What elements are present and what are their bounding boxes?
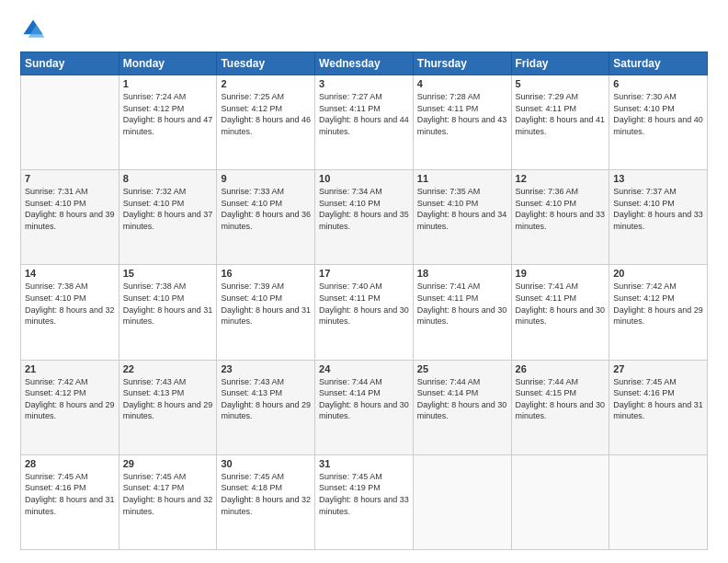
- day-info: Sunrise: 7:45 AMSunset: 4:16 PMDaylight:…: [613, 376, 703, 422]
- calendar-cell: 3Sunrise: 7:27 AMSunset: 4:11 PMDaylight…: [315, 75, 414, 170]
- calendar-week-1: 1Sunrise: 7:24 AMSunset: 4:12 PMDaylight…: [21, 75, 708, 170]
- day-info: Sunrise: 7:27 AMSunset: 4:11 PMDaylight:…: [319, 91, 409, 137]
- day-info: Sunrise: 7:44 AMSunset: 4:14 PMDaylight:…: [417, 376, 507, 422]
- calendar-cell: 24Sunrise: 7:44 AMSunset: 4:14 PMDayligh…: [315, 360, 414, 454]
- calendar-cell: 6Sunrise: 7:30 AMSunset: 4:10 PMDaylight…: [609, 75, 708, 170]
- day-info: Sunrise: 7:28 AMSunset: 4:11 PMDaylight:…: [417, 91, 507, 137]
- day-number: 8: [123, 173, 213, 184]
- day-info: Sunrise: 7:35 AMSunset: 4:10 PMDaylight:…: [417, 186, 507, 232]
- day-info: Sunrise: 7:32 AMSunset: 4:10 PMDaylight:…: [123, 186, 213, 232]
- day-number: 26: [516, 363, 606, 374]
- calendar-cell: [413, 454, 511, 549]
- weekday-header-friday: Friday: [511, 52, 609, 75]
- weekday-header-sunday: Sunday: [21, 52, 119, 75]
- calendar-cell: 22Sunrise: 7:43 AMSunset: 4:13 PMDayligh…: [119, 360, 217, 454]
- day-info: Sunrise: 7:36 AMSunset: 4:10 PMDaylight:…: [516, 186, 606, 232]
- day-info: Sunrise: 7:29 AMSunset: 4:11 PMDaylight:…: [516, 91, 606, 137]
- calendar-cell: 30Sunrise: 7:45 AMSunset: 4:18 PMDayligh…: [217, 454, 315, 549]
- day-number: 2: [221, 78, 311, 89]
- day-info: Sunrise: 7:34 AMSunset: 4:10 PMDaylight:…: [319, 186, 409, 232]
- calendar-cell: 19Sunrise: 7:41 AMSunset: 4:11 PMDayligh…: [511, 265, 609, 360]
- day-info: Sunrise: 7:41 AMSunset: 4:11 PMDaylight:…: [417, 281, 507, 327]
- day-info: Sunrise: 7:45 AMSunset: 4:16 PMDaylight:…: [25, 471, 115, 517]
- day-number: 10: [319, 173, 409, 184]
- day-number: 15: [123, 268, 213, 279]
- calendar-cell: [609, 454, 708, 549]
- day-number: 4: [417, 78, 507, 89]
- day-number: 27: [613, 363, 703, 374]
- calendar-cell: 26Sunrise: 7:44 AMSunset: 4:15 PMDayligh…: [511, 360, 609, 454]
- day-info: Sunrise: 7:45 AMSunset: 4:17 PMDaylight:…: [123, 471, 213, 517]
- weekday-header-tuesday: Tuesday: [217, 52, 315, 75]
- calendar-header-row: SundayMondayTuesdayWednesdayThursdayFrid…: [21, 52, 708, 75]
- calendar-cell: 11Sunrise: 7:35 AMSunset: 4:10 PMDayligh…: [413, 170, 511, 265]
- calendar-cell: 1Sunrise: 7:24 AMSunset: 4:12 PMDaylight…: [119, 75, 217, 170]
- weekday-header-wednesday: Wednesday: [315, 52, 414, 75]
- day-info: Sunrise: 7:38 AMSunset: 4:10 PMDaylight:…: [123, 281, 213, 327]
- day-number: 24: [319, 363, 409, 374]
- calendar-cell: 9Sunrise: 7:33 AMSunset: 4:10 PMDaylight…: [217, 170, 315, 265]
- calendar-cell: 14Sunrise: 7:38 AMSunset: 4:10 PMDayligh…: [21, 265, 119, 360]
- day-info: Sunrise: 7:37 AMSunset: 4:10 PMDaylight:…: [613, 186, 703, 232]
- calendar-cell: 5Sunrise: 7:29 AMSunset: 4:11 PMDaylight…: [511, 75, 609, 170]
- day-info: Sunrise: 7:38 AMSunset: 4:10 PMDaylight:…: [25, 281, 115, 327]
- day-number: 6: [613, 78, 703, 89]
- day-number: 5: [516, 78, 606, 89]
- day-number: 12: [516, 173, 606, 184]
- calendar-cell: 12Sunrise: 7:36 AMSunset: 4:10 PMDayligh…: [511, 170, 609, 265]
- day-number: 31: [319, 458, 409, 469]
- day-number: 17: [319, 268, 409, 279]
- calendar-week-4: 21Sunrise: 7:42 AMSunset: 4:12 PMDayligh…: [21, 360, 708, 454]
- day-info: Sunrise: 7:44 AMSunset: 4:15 PMDaylight:…: [516, 376, 606, 422]
- calendar-cell: 28Sunrise: 7:45 AMSunset: 4:16 PMDayligh…: [21, 454, 119, 549]
- day-info: Sunrise: 7:43 AMSunset: 4:13 PMDaylight:…: [221, 376, 311, 422]
- day-number: 18: [417, 268, 507, 279]
- day-info: Sunrise: 7:42 AMSunset: 4:12 PMDaylight:…: [25, 376, 115, 422]
- calendar-cell: 20Sunrise: 7:42 AMSunset: 4:12 PMDayligh…: [609, 265, 708, 360]
- calendar-cell: 27Sunrise: 7:45 AMSunset: 4:16 PMDayligh…: [609, 360, 708, 454]
- page: SundayMondayTuesdayWednesdayThursdayFrid…: [0, 0, 728, 563]
- day-number: 20: [613, 268, 703, 279]
- calendar-cell: 8Sunrise: 7:32 AMSunset: 4:10 PMDaylight…: [119, 170, 217, 265]
- calendar-cell: 15Sunrise: 7:38 AMSunset: 4:10 PMDayligh…: [119, 265, 217, 360]
- day-number: 22: [123, 363, 213, 374]
- calendar-cell: 10Sunrise: 7:34 AMSunset: 4:10 PMDayligh…: [315, 170, 414, 265]
- day-info: Sunrise: 7:33 AMSunset: 4:10 PMDaylight:…: [221, 186, 311, 232]
- day-number: 11: [417, 173, 507, 184]
- calendar-cell: 2Sunrise: 7:25 AMSunset: 4:12 PMDaylight…: [217, 75, 315, 170]
- day-info: Sunrise: 7:40 AMSunset: 4:11 PMDaylight:…: [319, 281, 409, 327]
- day-info: Sunrise: 7:31 AMSunset: 4:10 PMDaylight:…: [25, 186, 115, 232]
- calendar-cell: [21, 75, 119, 170]
- day-info: Sunrise: 7:45 AMSunset: 4:19 PMDaylight:…: [319, 471, 409, 517]
- weekday-header-monday: Monday: [119, 52, 217, 75]
- day-number: 25: [417, 363, 507, 374]
- day-number: 29: [123, 458, 213, 469]
- calendar-cell: 29Sunrise: 7:45 AMSunset: 4:17 PMDayligh…: [119, 454, 217, 549]
- calendar-cell: 25Sunrise: 7:44 AMSunset: 4:14 PMDayligh…: [413, 360, 511, 454]
- day-number: 13: [613, 173, 703, 184]
- calendar-cell: 31Sunrise: 7:45 AMSunset: 4:19 PMDayligh…: [315, 454, 414, 549]
- calendar-cell: 4Sunrise: 7:28 AMSunset: 4:11 PMDaylight…: [413, 75, 511, 170]
- calendar-cell: 13Sunrise: 7:37 AMSunset: 4:10 PMDayligh…: [609, 170, 708, 265]
- day-number: 21: [25, 363, 115, 374]
- weekday-header-thursday: Thursday: [413, 52, 511, 75]
- header: [20, 17, 708, 42]
- day-info: Sunrise: 7:24 AMSunset: 4:12 PMDaylight:…: [123, 91, 213, 137]
- day-info: Sunrise: 7:30 AMSunset: 4:10 PMDaylight:…: [613, 91, 703, 137]
- day-number: 23: [221, 363, 311, 374]
- day-info: Sunrise: 7:43 AMSunset: 4:13 PMDaylight:…: [123, 376, 213, 422]
- day-info: Sunrise: 7:45 AMSunset: 4:18 PMDaylight:…: [221, 471, 311, 517]
- day-info: Sunrise: 7:39 AMSunset: 4:10 PMDaylight:…: [221, 281, 311, 327]
- day-info: Sunrise: 7:25 AMSunset: 4:12 PMDaylight:…: [221, 91, 311, 137]
- day-info: Sunrise: 7:41 AMSunset: 4:11 PMDaylight:…: [516, 281, 606, 327]
- calendar-cell: [511, 454, 609, 549]
- day-number: 30: [221, 458, 311, 469]
- day-number: 16: [221, 268, 311, 279]
- day-number: 14: [25, 268, 115, 279]
- calendar-cell: 16Sunrise: 7:39 AMSunset: 4:10 PMDayligh…: [217, 265, 315, 360]
- day-number: 28: [25, 458, 115, 469]
- day-number: 1: [123, 78, 213, 89]
- calendar-cell: 7Sunrise: 7:31 AMSunset: 4:10 PMDaylight…: [21, 170, 119, 265]
- weekday-header-saturday: Saturday: [609, 52, 708, 75]
- logo-icon: [20, 17, 46, 42]
